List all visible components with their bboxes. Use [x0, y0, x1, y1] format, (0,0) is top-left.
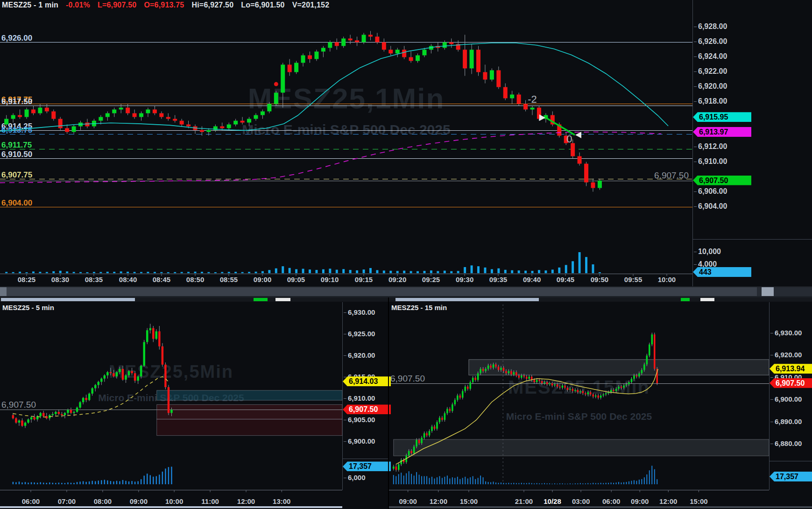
price-axis-1min[interactable]: 6,928.006,926.006,924.006,922.006,920.00…: [692, 0, 812, 286]
time-axis-label: 03:00: [572, 497, 590, 505]
price-axis-15min[interactable]: 6,930.006,920.006,910.006,900.006,890.00…: [769, 302, 812, 509]
price-axis-label: 6,920.00: [775, 351, 802, 359]
time-axis-label: 09:30: [456, 276, 473, 283]
time-axis-label: 09:10: [321, 276, 339, 283]
open-price-value: O=6,913.75: [144, 1, 184, 9]
price-axis-5min[interactable]: 6,930.006,925.006,920.006,915.006,910.00…: [342, 302, 388, 509]
price-badge: 17,357: [343, 461, 391, 471]
chart-annotation-text: 0: [566, 133, 572, 145]
time-axis-label: 10/28: [544, 497, 561, 505]
price-zone: [157, 390, 342, 400]
price-badge: 6,913.94: [770, 364, 812, 374]
time-axis-label: 09:45: [557, 276, 574, 283]
axis-separator: [342, 302, 343, 490]
volume-value: V=201,152: [292, 1, 330, 9]
volume-separator: [692, 239, 812, 240]
volume-separator: [342, 459, 388, 459]
chart-panel-15min[interactable]: MESZ25,15MinMicro E-mini S&P 500 Dec 202…: [389, 297, 812, 509]
price-axis-label: 6,900.00: [775, 395, 802, 403]
price-zone: [157, 419, 342, 436]
price-axis-label: 6,930.00: [348, 308, 375, 316]
time-axis-label: 10:00: [658, 276, 676, 283]
panel-title-15min: MESZ25 - 15 min: [391, 304, 447, 311]
volume-axis-label: 10,000: [698, 247, 721, 256]
volume-series: [5, 252, 601, 273]
time-axis-label: 12:00: [659, 497, 677, 505]
time-axis-line: [0, 274, 812, 274]
time-axis-label: 08:50: [186, 276, 204, 283]
price-badge: 6,907.50: [343, 404, 391, 414]
price-axis-label: 6,920.00: [698, 82, 727, 91]
scrollbar-left-nub[interactable]: [0, 287, 7, 296]
mini-scrollbar-segment-light[interactable]: [1, 298, 135, 301]
mini-scrollbar-segment-white[interactable]: [700, 298, 714, 301]
time-axis-label: 08:40: [119, 276, 137, 283]
price-level-label: 6,907.75: [1, 170, 32, 179]
last-price-line-label: 6,907.50: [390, 374, 425, 383]
time-axis-label: 09:25: [422, 276, 440, 283]
axis-separator: [692, 0, 693, 286]
axis-separator: [769, 302, 770, 490]
high-price-value: Hi=6,927.50: [191, 1, 233, 9]
time-axis-label: 10:00: [165, 497, 183, 505]
price-level-label: 6,926.00: [1, 34, 32, 42]
price-badge: 6,913.97: [693, 127, 751, 137]
volume-axis-label: 6,000: [348, 474, 366, 481]
time-axis-label: 08:55: [220, 276, 238, 283]
time-axis-1min[interactable]: 08:2508:3008:3508:4008:4508:5008:5509:00…: [0, 276, 692, 287]
watermark-description: Micro E-mini S&P 500 Dec 2025: [242, 122, 450, 137]
watermark-description: Micro E-mini S&P 500 Dec 2025: [506, 411, 652, 422]
price-axis-label: 6,922.00: [698, 67, 727, 76]
time-axis-label: 08:35: [85, 276, 103, 283]
mini-scrollbar-segment-green[interactable]: [681, 298, 690, 301]
mini-scrollbar-segment-green[interactable]: [254, 298, 268, 301]
chart-panel-5min[interactable]: MESZ25,5MinMicro E-mini S&P 500 Dec 2025…: [0, 297, 388, 509]
horizontal-scrollbar[interactable]: [0, 286, 812, 297]
time-axis-label: 09:40: [523, 276, 541, 283]
low-price-value: Lo=6,901.50: [241, 1, 284, 9]
scrollbar-handle[interactable]: [762, 287, 774, 296]
price-axis-label: 6,910.00: [348, 394, 375, 402]
time-axis-label: 08:45: [153, 276, 170, 283]
mini-scrollbar-segment-light[interactable]: [395, 298, 538, 301]
chart-plot-1min[interactable]: MESZ25,1MinMicro E-mini S&P 500 Dec 2025…: [0, 0, 692, 286]
time-axis-label: 09:00: [254, 276, 271, 283]
last-price-line-label: 6,907.50: [654, 170, 689, 180]
price-zone: [157, 404, 342, 419]
time-axis-label: 11:00: [201, 497, 219, 505]
time-axis-label: 09:00: [631, 497, 649, 505]
time-axis-label: 08:25: [18, 276, 35, 283]
price-axis-label: 6,930.00: [775, 329, 802, 337]
panel-divider: [388, 297, 389, 509]
price-badge: 443: [693, 267, 751, 277]
scrollbar-thumb[interactable]: [3, 287, 757, 296]
time-axis-label: 13:00: [273, 497, 290, 505]
last-price-value: L=6,907.50: [98, 1, 136, 9]
time-axis-label: 12:00: [237, 497, 255, 505]
price-axis-label: 6,905.00: [348, 416, 375, 424]
price-axis-label: 6,910.00: [698, 157, 727, 166]
time-axis-line: [389, 490, 812, 490]
time-axis-label: 21:00: [515, 497, 533, 505]
price-level-label: 6,917.50: [1, 97, 32, 106]
time-axis-label: 09:05: [287, 276, 305, 283]
mini-scrollbar-5min[interactable]: [0, 297, 388, 302]
time-axis-label: 12:00: [430, 497, 447, 505]
chart-plot-15min[interactable]: MESZ25,15MinMicro E-mini S&P 500 Dec 202…: [389, 302, 769, 509]
time-axis-label: 06:00: [22, 497, 40, 505]
signal-dot: [274, 82, 278, 86]
bottom-scrollbar-15min[interactable]: [389, 506, 812, 508]
chart-plot-5min[interactable]: MESZ25,5MinMicro E-mini S&P 500 Dec 2025…: [0, 302, 342, 509]
price-axis-label: 6,906.00: [698, 187, 727, 196]
trendline-arrow-icon: [575, 132, 581, 138]
volume-separator: [769, 461, 812, 461]
price-axis-label: 6,928.00: [698, 22, 727, 31]
time-axis-label: 09:20: [388, 276, 406, 283]
price-axis-label: 6,924.00: [698, 52, 727, 61]
mini-scrollbar-segment-white[interactable]: [275, 298, 290, 301]
mini-scrollbar-15min[interactable]: [389, 297, 812, 302]
bottom-scrollbar-5min[interactable]: [0, 506, 342, 508]
time-axis-label: 09:50: [591, 276, 608, 283]
price-level-label: 6,911.75: [1, 141, 32, 149]
chart-panel-1min[interactable]: MESZ25,1MinMicro E-mini S&P 500 Dec 2025…: [0, 0, 812, 286]
